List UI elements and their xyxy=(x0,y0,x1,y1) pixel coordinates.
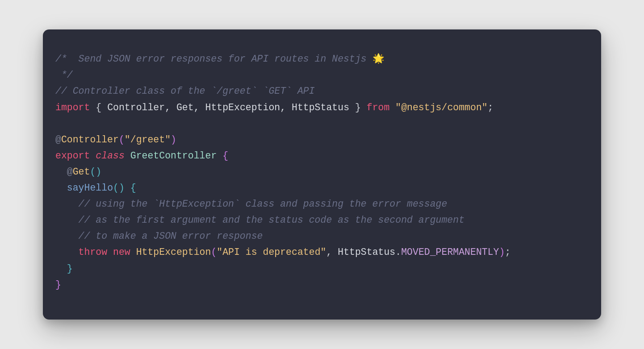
import-module-string: "@nestjs/common" xyxy=(395,102,487,113)
keyword-export: export xyxy=(55,150,90,161)
keyword-throw: throw xyxy=(79,247,108,258)
line-comment-controller: // Controller class of the `/greet` `GET… xyxy=(55,86,315,96)
at-symbol: @ xyxy=(55,134,61,145)
decorator-get: Get xyxy=(73,166,90,177)
import-names: Controller, Get, HttpException, HttpStat… xyxy=(107,102,349,113)
decorator-controller: Controller xyxy=(61,134,119,145)
method-close-brace: } xyxy=(55,263,73,274)
import-line: import { Controller, Get, HttpException,… xyxy=(55,102,493,113)
error-message-string: "API is deprecated" xyxy=(217,247,326,258)
inner-comment-3: // to make a JSON error response xyxy=(55,231,263,241)
code-block: /* Send JSON error responses for API rou… xyxy=(55,51,589,293)
class-declaration-line: export class GreetController { xyxy=(55,150,228,161)
http-status-object: HttpStatus xyxy=(338,247,395,258)
keyword-from: from xyxy=(367,102,390,113)
method-declaration-line: sayHello() { xyxy=(55,183,136,193)
block-comment-line-1: /* Send JSON error responses for API rou… xyxy=(55,54,385,64)
inner-comment-1: // using the `HttpException` class and p… xyxy=(55,199,447,209)
class-close-brace: } xyxy=(55,279,61,290)
route-string: "/greet" xyxy=(125,134,171,145)
class-name: GreetController xyxy=(130,150,217,161)
decorator-get-line: @Get() xyxy=(55,166,101,177)
block-comment-line-2: */ xyxy=(55,70,73,80)
method-name: sayHello xyxy=(67,183,113,193)
keyword-new: new xyxy=(113,247,130,258)
at-symbol: @ xyxy=(67,166,73,177)
code-snippet-card: /* Send JSON error responses for API rou… xyxy=(43,29,601,320)
keyword-import: import xyxy=(55,102,90,113)
keyword-class: class xyxy=(96,150,125,161)
sparkle-emoji: 🌟 xyxy=(372,54,385,64)
exception-class: HttpException xyxy=(136,247,211,258)
http-status-constant: MOVED_PERMANENTLY xyxy=(401,247,499,258)
inner-comment-2: // as the first argument and the status … xyxy=(55,215,464,225)
decorator-controller-line: @Controller("/greet") xyxy=(55,134,176,145)
throw-line: throw new HttpException("API is deprecat… xyxy=(55,247,510,258)
